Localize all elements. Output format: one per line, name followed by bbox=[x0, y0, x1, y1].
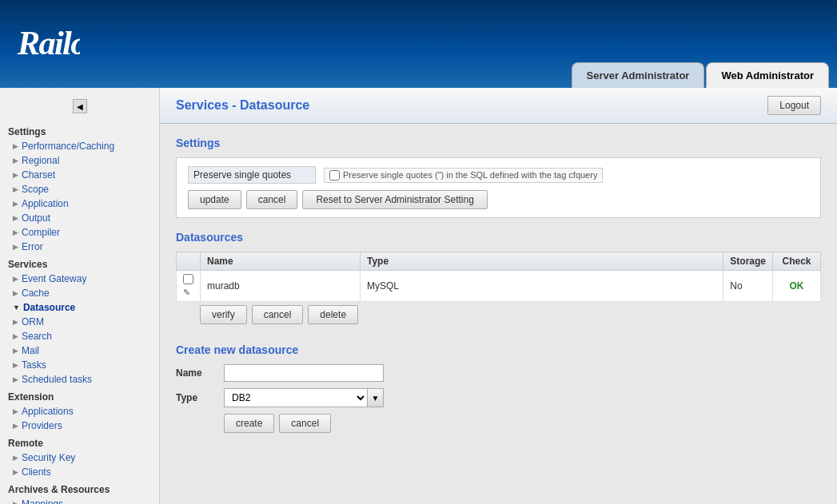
datasource-actions: verify cancel delete bbox=[176, 302, 821, 327]
arrow-icon: ▶ bbox=[13, 422, 18, 430]
sidebar-item-error[interactable]: ▶Error bbox=[0, 240, 159, 254]
sidebar-item-performance-caching[interactable]: ▶Performance/Caching bbox=[0, 139, 159, 153]
sidebar-collapse[interactable]: ◀ bbox=[0, 96, 159, 117]
sidebar-item-security-key[interactable]: ▶Security Key bbox=[0, 450, 159, 465]
arrow-icon: ▶ bbox=[13, 289, 18, 297]
create-button[interactable]: create bbox=[224, 414, 274, 433]
arrow-icon: ▶ bbox=[13, 275, 18, 283]
ds-cancel-button[interactable]: cancel bbox=[252, 305, 304, 324]
create-name-label: Name bbox=[176, 367, 224, 379]
sidebar-item-compiler[interactable]: ▶Compiler bbox=[0, 225, 159, 240]
sidebar-item-event-gateway[interactable]: ▶Event Gateway bbox=[0, 272, 159, 286]
sidebar: ◀ Settings ▶Performance/Caching ▶Regiona… bbox=[0, 88, 160, 504]
table-header-row: Name Type Storage Check bbox=[177, 252, 821, 271]
sidebar-item-charset[interactable]: ▶Charset bbox=[0, 168, 159, 182]
col-header-checkbox bbox=[177, 252, 201, 271]
datasources-title: Datasources bbox=[176, 231, 821, 244]
page-header: Services - Datasource Logout bbox=[160, 88, 837, 124]
arrow-icon: ▶ bbox=[13, 200, 18, 208]
arrow-icon: ▶ bbox=[13, 361, 18, 369]
tab-server-administrator[interactable]: Server Administrator bbox=[572, 62, 705, 88]
sidebar-item-orm[interactable]: ▶ORM bbox=[0, 315, 159, 329]
header-tabs: Server Administrator Web Administrator bbox=[570, 62, 829, 88]
sidebar-item-mail[interactable]: ▶Mail bbox=[0, 343, 159, 358]
datasources-table: Name Type Storage Check ✎ muradb bbox=[176, 252, 821, 302]
arrow-icon: ▶ bbox=[13, 318, 18, 326]
sidebar-item-clients[interactable]: ▶Clients bbox=[0, 465, 159, 479]
sidebar-item-scope[interactable]: ▶Scope bbox=[0, 182, 159, 196]
sidebar-item-search[interactable]: ▶Search bbox=[0, 329, 159, 343]
tab-web-administrator[interactable]: Web Administrator bbox=[706, 62, 829, 88]
sidebar-item-tasks[interactable]: ▶Tasks bbox=[0, 358, 159, 372]
arrow-icon: ▶ bbox=[13, 185, 18, 193]
cancel-button[interactable]: cancel bbox=[246, 190, 298, 209]
col-header-check: Check bbox=[773, 252, 821, 271]
create-type-select-wrap: DB2 MySQL MSSQL Oracle PostgreSQL H2 HSQ… bbox=[224, 388, 384, 407]
preserve-checkbox-text: Preserve single quotes (") in the SQL de… bbox=[343, 170, 597, 180]
sidebar-item-applications[interactable]: ▶Applications bbox=[0, 404, 159, 419]
sidebar-section-extension: Extension bbox=[0, 387, 159, 404]
arrow-icon: ▶ bbox=[13, 468, 18, 476]
page-title: Services - Datasource bbox=[176, 98, 309, 113]
arrow-icon: ▶ bbox=[13, 214, 18, 222]
sidebar-item-output[interactable]: ▶Output bbox=[0, 211, 159, 225]
svg-text:Railo: Railo bbox=[17, 24, 80, 62]
sidebar-item-datasource[interactable]: ▼Datasource bbox=[0, 300, 159, 315]
reset-button[interactable]: Reset to Server Administrator Setting bbox=[302, 190, 487, 209]
arrow-icon: ▶ bbox=[13, 500, 18, 504]
edit-icon[interactable]: ✎ bbox=[183, 288, 190, 297]
datasources-section: Datasources Name Type Storage Check bbox=[176, 231, 821, 327]
arrow-icon: ▶ bbox=[13, 347, 18, 355]
table-row: ✎ muradb MySQL No OK bbox=[177, 271, 821, 302]
create-type-label: Type bbox=[176, 392, 224, 403]
create-name-row: Name bbox=[176, 364, 821, 382]
sidebar-section-services: Services bbox=[0, 254, 159, 272]
settings-btn-row: update cancel Reset to Server Administra… bbox=[188, 190, 809, 209]
delete-button[interactable]: delete bbox=[308, 305, 358, 324]
settings-section-title: Settings bbox=[176, 137, 821, 149]
sidebar-item-application[interactable]: ▶Application bbox=[0, 196, 159, 211]
create-type-select[interactable]: DB2 MySQL MSSQL Oracle PostgreSQL H2 HSQ… bbox=[225, 389, 367, 407]
arrow-icon: ▶ bbox=[13, 228, 18, 236]
sidebar-section-settings: Settings bbox=[0, 121, 159, 139]
collapse-icon[interactable]: ◀ bbox=[73, 99, 87, 113]
row-type: MySQL bbox=[361, 271, 723, 302]
content-area: Settings Preserve single quotes Preserve… bbox=[160, 124, 837, 446]
logo: Railo bbox=[16, 16, 80, 71]
verify-button[interactable]: verify bbox=[200, 305, 247, 324]
create-cancel-button[interactable]: cancel bbox=[279, 414, 331, 433]
ok-badge: OK bbox=[790, 280, 804, 292]
sidebar-item-scheduled-tasks[interactable]: ▶Scheduled tasks bbox=[0, 372, 159, 387]
arrow-icon: ▶ bbox=[13, 157, 18, 165]
arrow-icon: ▶ bbox=[13, 407, 18, 415]
col-header-type: Type bbox=[361, 252, 723, 271]
create-type-row: Type DB2 MySQL MSSQL Oracle PostgreSQL H… bbox=[176, 388, 821, 407]
col-header-storage: Storage bbox=[723, 252, 773, 271]
layout: ◀ Settings ▶Performance/Caching ▶Regiona… bbox=[0, 88, 837, 504]
create-btn-row: create cancel bbox=[224, 414, 821, 433]
arrow-icon: ▶ bbox=[13, 332, 18, 340]
sidebar-item-cache[interactable]: ▶Cache bbox=[0, 286, 159, 300]
row-storage: No bbox=[723, 271, 773, 302]
row-checkbox-cell: ✎ bbox=[177, 271, 201, 302]
arrow-icon: ▶ bbox=[13, 454, 18, 462]
preserve-checkbox[interactable] bbox=[329, 170, 340, 181]
logout-button[interactable]: Logout bbox=[767, 96, 821, 115]
arrow-icon: ▶ bbox=[13, 171, 18, 179]
sidebar-section-remote: Remote bbox=[0, 433, 159, 450]
settings-box: Preserve single quotes Preserve single q… bbox=[176, 157, 821, 218]
sidebar-item-providers[interactable]: ▶Providers bbox=[0, 419, 159, 433]
sidebar-item-mappings[interactable]: ▶Mappings bbox=[0, 497, 159, 504]
update-button[interactable]: update bbox=[188, 190, 241, 209]
create-name-input[interactable] bbox=[224, 364, 384, 382]
row-name: muradb bbox=[201, 271, 361, 302]
arrow-icon: ▶ bbox=[13, 375, 18, 383]
row-checkbox[interactable] bbox=[183, 274, 193, 284]
create-datasource-section: Create new datasource Name Type DB2 MySQ… bbox=[176, 343, 821, 433]
header: Railo Server Administrator Web Administr… bbox=[0, 0, 837, 88]
preserve-checkbox-label[interactable]: Preserve single quotes (") in the SQL de… bbox=[324, 168, 603, 183]
sidebar-item-regional[interactable]: ▶Regional bbox=[0, 153, 159, 168]
arrow-icon: ▶ bbox=[13, 243, 18, 251]
preserve-label: Preserve single quotes bbox=[188, 166, 316, 184]
arrow-icon: ▶ bbox=[13, 142, 18, 150]
